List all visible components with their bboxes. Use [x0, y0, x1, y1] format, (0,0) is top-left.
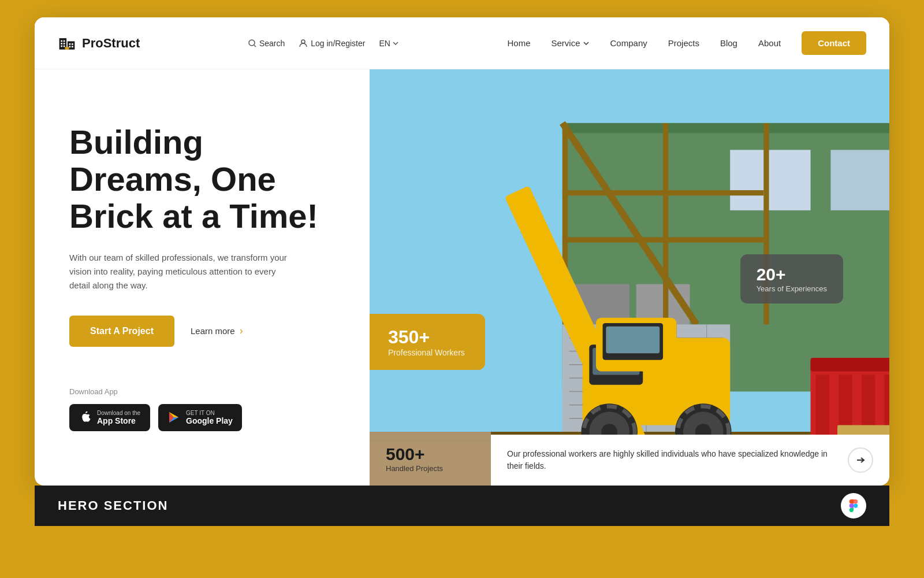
user-icon: [299, 39, 308, 48]
svg-rect-23: [730, 150, 810, 210]
svg-rect-8: [69, 43, 71, 45]
svg-rect-7: [64, 45, 65, 47]
google-small-text: GET IT ON: [186, 410, 233, 416]
svg-rect-9: [72, 43, 73, 45]
years-label: Years of Experiences: [757, 284, 827, 293]
language-selector[interactable]: EN: [379, 39, 398, 48]
hero-subtitle: With our team of skilled professionals, …: [69, 251, 289, 292]
svg-rect-28: [663, 123, 668, 324]
google-play-icon: [167, 411, 180, 424]
description-arrow-button[interactable]: [848, 447, 873, 473]
app-buttons: Download on the App Store GET IT ON: [69, 404, 341, 431]
main-nav: Home Service Company Projects Blog About…: [507, 31, 866, 55]
svg-rect-5: [64, 43, 65, 45]
svg-rect-22: [562, 123, 889, 133]
service-dropdown-icon: [583, 40, 590, 47]
learn-more-link[interactable]: Learn more ›: [191, 325, 243, 337]
learn-more-label: Learn more: [191, 326, 235, 336]
learn-more-arrow-icon: ›: [240, 325, 243, 337]
hero-title: Building Dreams, One Brick at a Time!: [69, 124, 341, 234]
nav-item-about[interactable]: About: [758, 38, 781, 48]
projects-label: Handled Projects: [386, 464, 475, 473]
download-label: Download App: [69, 387, 341, 396]
svg-rect-24: [830, 150, 889, 210]
projects-stat: 500+ Handled Projects: [370, 432, 491, 486]
workers-description: Our professional workers are highly skil…: [491, 435, 889, 486]
svg-rect-31: [562, 237, 763, 242]
construction-image: 20+ Years of Experiences 350+ Profession…: [370, 69, 889, 486]
workers-stat: 350+ Professional Workers: [370, 314, 485, 370]
figma-icon[interactable]: [841, 493, 866, 518]
workers-number: 350+: [388, 327, 467, 348]
svg-rect-2: [61, 40, 62, 42]
svg-rect-11: [72, 46, 73, 47]
nav-item-company[interactable]: Company: [610, 38, 647, 48]
description-text: Our professional workers are highly skil…: [507, 448, 839, 472]
search-icon: [248, 39, 256, 47]
projects-number: 500+: [386, 444, 475, 464]
lang-label: EN: [379, 39, 390, 48]
chevron-down-icon: [392, 40, 399, 47]
search-label: Search: [259, 39, 285, 48]
header: ProStruct Search Log in/Register EN: [35, 17, 889, 69]
svg-rect-54: [606, 327, 660, 353]
workers-label: Professional Workers: [388, 348, 467, 357]
figma-logo: [847, 499, 860, 512]
hero-buttons: Start A Project Learn more ›: [69, 316, 341, 347]
logo-text: ProStruct: [82, 36, 140, 51]
google-play-button[interactable]: GET IT ON Google Play: [158, 404, 242, 431]
svg-rect-65: [816, 375, 829, 442]
svg-point-15: [301, 40, 305, 43]
footer-label: HERO SECTION: [58, 498, 168, 513]
logo-icon: [58, 34, 76, 53]
footer-bar: HERO SECTION: [35, 486, 889, 526]
nav-item-home[interactable]: Home: [507, 38, 530, 48]
download-section: Download App Download on the App Store: [69, 387, 341, 431]
nav-item-blog[interactable]: Blog: [720, 38, 737, 48]
svg-point-13: [249, 40, 255, 46]
nav-item-service[interactable]: Service: [552, 38, 590, 48]
login-button[interactable]: Log in/Register: [299, 39, 365, 48]
svg-rect-10: [69, 46, 71, 47]
logo[interactable]: ProStruct: [58, 34, 140, 53]
svg-rect-3: [64, 40, 65, 42]
apple-icon: [79, 411, 91, 424]
hero-right: 20+ Years of Experiences 350+ Profession…: [370, 69, 889, 486]
svg-line-14: [254, 45, 256, 47]
hero-left: Building Dreams, One Brick at a Time! Wi…: [35, 69, 370, 486]
start-project-button[interactable]: Start A Project: [69, 316, 174, 347]
svg-rect-6: [61, 45, 62, 47]
app-store-button[interactable]: Download on the App Store: [69, 404, 150, 431]
svg-rect-4: [61, 43, 62, 45]
main-content: Building Dreams, One Brick at a Time! Wi…: [35, 69, 889, 486]
login-label: Log in/Register: [311, 39, 365, 48]
right-arrow-icon: [855, 455, 866, 465]
years-stat: 20+ Years of Experiences: [740, 254, 843, 303]
svg-rect-30: [562, 190, 763, 195]
nav-item-projects[interactable]: Projects: [668, 38, 699, 48]
search-button[interactable]: Search: [248, 39, 285, 48]
website-card: ProStruct Search Log in/Register EN: [35, 17, 889, 486]
years-number: 20+: [757, 265, 827, 284]
app-store-big-text: App Store: [97, 416, 140, 425]
app-store-texts: Download on the App Store: [97, 410, 140, 425]
google-big-text: Google Play: [186, 416, 233, 425]
svg-rect-64: [811, 358, 889, 371]
contact-button[interactable]: Contact: [802, 31, 866, 55]
google-play-texts: GET IT ON Google Play: [186, 410, 233, 425]
svg-rect-12: [65, 47, 69, 49]
app-store-small-text: Download on the: [97, 410, 140, 416]
topbar-actions: Search Log in/Register EN: [248, 39, 399, 48]
